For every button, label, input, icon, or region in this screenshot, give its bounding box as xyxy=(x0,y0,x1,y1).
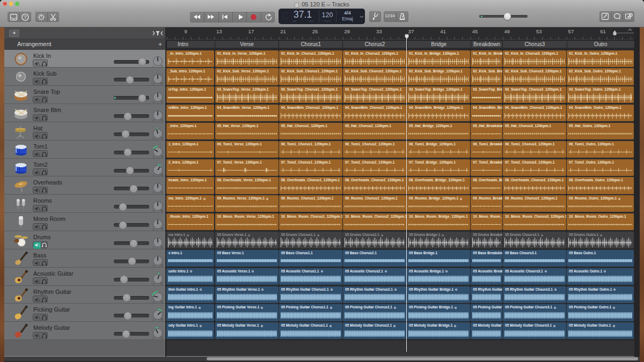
svg-text:L: L xyxy=(153,301,155,304)
svg-text:L: L xyxy=(153,65,155,68)
svg-text:R: R xyxy=(161,210,163,212)
svg-text:R: R xyxy=(161,137,163,140)
svg-text:L: L xyxy=(153,83,155,85)
svg-text:L: L xyxy=(153,101,155,104)
svg-text:R: R xyxy=(161,283,163,285)
svg-text:L: L xyxy=(153,174,155,176)
svg-text:L: L xyxy=(153,137,155,140)
svg-text:L: L xyxy=(153,191,155,194)
svg-text:R: R xyxy=(161,156,163,158)
svg-text:L: L xyxy=(153,337,155,339)
svg-text:L: L xyxy=(153,228,155,231)
svg-text:?: ? xyxy=(24,14,26,20)
svg-text:R: R xyxy=(161,191,163,194)
svg-text:R: R xyxy=(161,246,163,249)
svg-text:R: R xyxy=(161,101,163,104)
svg-text:R: R xyxy=(161,264,163,267)
svg-text:L: L xyxy=(153,319,155,321)
svg-text:R: R xyxy=(161,65,163,68)
svg-text:L: L xyxy=(153,246,155,249)
svg-text:L: L xyxy=(153,119,155,122)
svg-text:R: R xyxy=(161,83,163,85)
svg-text:R: R xyxy=(161,337,163,339)
svg-text:R: R xyxy=(161,174,163,176)
svg-text:L: L xyxy=(153,264,155,267)
svg-text:L: L xyxy=(153,283,155,285)
svg-text:R: R xyxy=(161,228,163,231)
svg-text:R: R xyxy=(161,119,163,122)
svg-text:L: L xyxy=(153,210,155,212)
svg-text:R: R xyxy=(161,301,163,304)
svg-text:L: L xyxy=(153,156,155,158)
svg-text:R: R xyxy=(161,319,163,321)
